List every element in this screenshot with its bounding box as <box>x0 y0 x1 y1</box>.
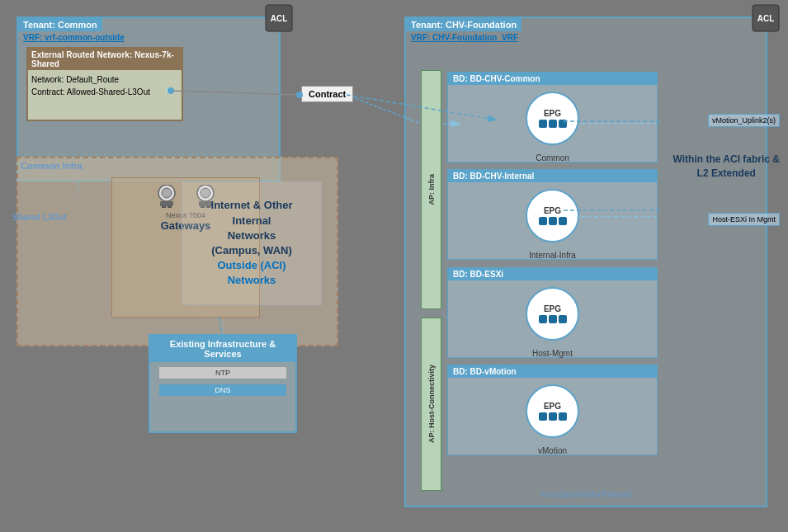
epg-internal-circle: EPG <box>526 189 579 242</box>
chv-foundation-bottom-label: Foundation/Infra/Firewall <box>406 490 766 499</box>
ap-infra-label: AP: Infra <box>427 174 436 205</box>
existing-infra-title: Existing Infrastructure & Services <box>150 336 295 362</box>
epg-vmotion-container: EPG <box>448 378 657 445</box>
right-label-hostesxi: Host-ESXi In Mgmt <box>708 213 780 226</box>
svg-rect-15 <box>160 201 173 206</box>
external-routed-body: Network: Default_Route Contract: Allowed… <box>28 70 182 101</box>
epg-internal-node-3 <box>559 217 567 225</box>
epg-common-container: EPG <box>448 85 657 152</box>
acl-icon-common: ACL <box>264 3 294 33</box>
aci-label: Within the ACI fabric & L2 Extended <box>673 153 780 181</box>
common-infra-label: Common Infra <box>18 158 337 173</box>
bd-chv-internal-header: BD: BD-CHV-Internal <box>448 170 657 182</box>
contract-value: Contract: Allowed-Shared-L3Out <box>31 86 178 98</box>
epg-internal-node-1 <box>539 217 547 225</box>
external-routed-title: External Routed Network: Nexus-7k-Shared <box>28 49 182 70</box>
svg-text:ACL: ACL <box>757 14 775 23</box>
epg-node-2 <box>549 120 557 128</box>
external-routed-network: External Routed Network: Nexus-7k-Shared… <box>26 47 183 121</box>
epg-node-1 <box>539 120 547 128</box>
ap-infra-bar: AP: Infra <box>421 70 441 309</box>
epg-internal-node-2 <box>549 217 557 225</box>
existing-infra: Existing Infrastructure & Services NTP D… <box>149 334 297 433</box>
contract-box: Contract <box>301 86 353 102</box>
aci-label-line1: Within the ACI fabric & <box>673 153 780 167</box>
vrf-common-label: VRF: vrf-common-outside <box>18 31 279 44</box>
epg-hostmgmt-container: EPG <box>448 280 657 347</box>
aci-label-line2: L2 Extended <box>673 167 780 181</box>
bd-vmotion-header: BD: BD-vMotion <box>448 365 657 378</box>
epg-common-name: Common <box>448 153 657 162</box>
internet-text: Internet & Other Internal Networks (Camp… <box>211 198 293 288</box>
epg-internal-container: EPG <box>448 182 657 249</box>
tenant-chv: Tenant: CHV-Foundation VRF: CHV-Foundati… <box>404 16 767 507</box>
epg-hostmgmt-node-2 <box>549 315 557 323</box>
right-label-vmotion: vMotion_Uplink2(s) <box>708 114 780 127</box>
tenant-common-label: Tenant: Common <box>18 18 102 31</box>
epg-hostmgmt-node-3 <box>559 315 567 323</box>
main-container: Tenant: Common VRF: vrf-common-outside E… <box>0 0 788 532</box>
svg-point-14 <box>162 188 172 198</box>
tenant-chv-label: Tenant: CHV-Foundation <box>406 18 521 31</box>
ap-host-label: AP: Host-Connectivity <box>427 365 436 443</box>
dns-bar: DNS <box>158 384 287 397</box>
bd-chv-internal: BD: BD-CHV-Internal EPG Internal-Infra <box>447 169 658 260</box>
vrf-chv-label: VRF: CHV-Foundation_VRF <box>406 31 766 44</box>
epg-common-circle: EPG <box>526 92 579 145</box>
epg-node-3 <box>559 120 567 128</box>
network-value: Network: Default_Route <box>31 73 178 86</box>
epg-vmotion-node-3 <box>559 412 567 421</box>
epg-hostmgmt-name: Host-Mgmt <box>448 349 657 358</box>
bd-esxi-header: BD: BD-ESXi <box>448 268 657 280</box>
epg-vmotion-circle: EPG <box>526 384 579 438</box>
epg-vmotion-node-2 <box>549 412 557 421</box>
bd-vmotion: BD: BD-vMotion EPG vMotion <box>447 365 658 455</box>
shared-l3out-label: Shared L3Out <box>12 213 67 222</box>
bd-chv-common: BD: BD-CHV-Common EPG Common <box>447 72 658 162</box>
epg-internal-name: Internal-Infra <box>448 251 657 260</box>
bd-esxi: BD: BD-ESXi EPG Host-Mgmt <box>447 267 658 358</box>
bd-chv-common-header: BD: BD-CHV-Common <box>448 73 657 85</box>
svg-text:ACL: ACL <box>271 14 288 23</box>
acl-icon-chv: ACL <box>751 3 781 33</box>
epg-vmotion-name: vMotion <box>448 446 657 455</box>
svg-rect-16 <box>162 206 166 208</box>
svg-rect-17 <box>168 206 172 208</box>
epg-vmotion-node-1 <box>539 412 547 421</box>
epg-hostmgmt-circle: EPG <box>526 287 579 341</box>
internet-networks: Internet & Other Internal Networks (Camp… <box>182 181 322 305</box>
ap-host-bar: AP: Host-Connectivity <box>421 318 441 491</box>
epg-hostmgmt-node-1 <box>539 315 547 323</box>
ntp-bar: NTP <box>158 366 287 379</box>
router-1 <box>153 185 180 210</box>
